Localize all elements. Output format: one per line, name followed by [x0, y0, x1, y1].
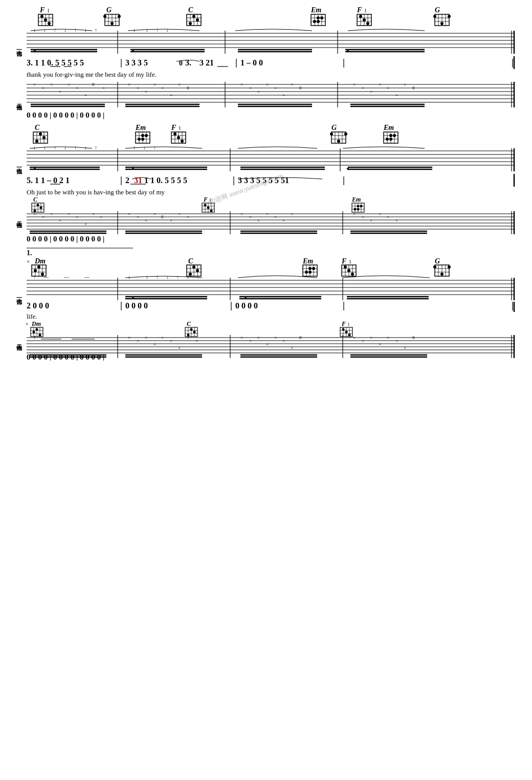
svg-point-185: [330, 132, 333, 136]
svg-point-267: [354, 208, 357, 211]
svg-text:|: |: [343, 57, 345, 68]
svg-point-34: [320, 16, 323, 19]
svg-text:×: ×: [274, 335, 277, 340]
notation-s1-line1: 3. 1 1 0. 5 5 5 5 5: [27, 58, 84, 67]
svg-text:×: ×: [362, 338, 364, 343]
svg-point-223: [347, 168, 349, 170]
svg-text:×: ×: [145, 218, 147, 223]
svg-point-45: [366, 22, 369, 25]
svg-text:|: |: [512, 57, 514, 68]
svg-text:×: ×: [178, 82, 181, 87]
tab-nums-s2: 0 0 0 0 | 0 0 0 0 | 0 0 0 0 |: [27, 235, 104, 243]
svg-point-434: [348, 334, 351, 337]
svg-text:|: |: [120, 300, 122, 310]
svg-point-15: [103, 15, 106, 18]
svg-text:↑: ↑: [176, 274, 179, 280]
svg-text:|: |: [512, 300, 514, 310]
svg-text:|: |: [120, 175, 122, 185]
svg-text:×: ×: [59, 218, 61, 223]
svg-text:×: ×: [76, 85, 78, 91]
svg-text:×: ×: [395, 218, 398, 223]
chord-Em-s3: Em: [302, 257, 313, 265]
svg-text:↑: ↑: [197, 274, 199, 280]
chord-G-1: G: [106, 6, 112, 14]
svg-point-366: [440, 273, 444, 276]
svg-text:×: ×: [161, 85, 164, 91]
chord-G-3: G: [331, 124, 337, 131]
svg-text:×: ×: [187, 214, 189, 219]
svg-text:—: —: [84, 274, 90, 280]
svg-point-245: [40, 207, 42, 209]
svg-point-166: [145, 134, 148, 137]
svg-text:×: ×: [379, 211, 381, 216]
svg-text:×: ×: [128, 211, 130, 216]
svg-text:×: ×: [27, 258, 30, 264]
svg-text:↑: ↑: [54, 145, 56, 150]
svg-text:1: 1: [209, 197, 212, 203]
svg-text:|: |: [233, 175, 235, 185]
svg-point-187: [337, 140, 340, 143]
svg-text:↑: ↑: [95, 145, 97, 150]
chord-Em-1: Em: [311, 6, 321, 14]
svg-text:0: 0: [299, 335, 302, 340]
svg-point-413: [39, 334, 41, 337]
svg-text:×: ×: [291, 82, 293, 87]
svg-text:↓: ↓: [187, 274, 189, 280]
svg-text:↓: ↓: [143, 145, 146, 150]
svg-text:3  21: 3 21: [199, 58, 214, 67]
svg-point-167: [138, 138, 141, 141]
svg-text:↑: ↑: [33, 274, 36, 280]
svg-point-265: [357, 205, 360, 208]
svg-text:×: ×: [26, 321, 29, 327]
svg-text:×: ×: [249, 214, 252, 219]
svg-text:0: 0: [412, 335, 415, 340]
section2-notation: C Em F 1 G: [15, 123, 517, 243]
svg-text:×: ×: [266, 342, 269, 347]
svg-point-17: [110, 22, 114, 25]
svg-text:↓: ↓: [33, 27, 36, 33]
svg-text:×: ×: [68, 82, 70, 87]
lyrics-s2: Oh just to be with you is hav-ing the be…: [27, 188, 165, 196]
guitar2-label-s2: 吉他二: [16, 221, 23, 228]
svg-text:×: ×: [137, 338, 139, 343]
svg-text:×: ×: [153, 82, 156, 87]
svg-point-268: [357, 208, 360, 211]
svg-point-36: [317, 20, 320, 23]
chord-F-1-fret: 1: [47, 8, 50, 13]
svg-point-158: [35, 140, 38, 143]
svg-text:—: —: [63, 274, 70, 280]
svg-text:×: ×: [249, 85, 252, 91]
chord-Em-3: Em: [383, 124, 394, 131]
svg-text:Em: Em: [351, 196, 361, 203]
svg-point-178: [181, 140, 184, 143]
svg-point-194: [389, 134, 392, 137]
svg-point-168: [141, 138, 144, 141]
svg-text:×: ×: [362, 214, 364, 219]
svg-point-255: [204, 204, 207, 207]
svg-point-8: [48, 22, 51, 25]
svg-text:×: ×: [128, 335, 130, 340]
svg-text:3.: 3.: [185, 58, 191, 67]
svg-point-356: [347, 269, 350, 272]
svg-point-344: [308, 267, 312, 270]
svg-point-186: [344, 132, 347, 136]
svg-point-16: [118, 15, 121, 18]
svg-text:×: ×: [291, 345, 293, 350]
svg-text:|: |: [120, 57, 122, 68]
svg-text:|: |: [343, 300, 345, 310]
svg-text:×: ×: [128, 82, 130, 87]
guitar1-label-s2: 吉他一: [16, 166, 23, 174]
chord-F-2-fret: 1: [364, 8, 367, 13]
chord-G-s3: G: [435, 257, 440, 265]
chord-F-s3: F: [341, 257, 347, 265]
svg-text:×: ×: [266, 211, 269, 216]
svg-text:×: ×: [249, 338, 252, 343]
svg-point-389: [132, 297, 134, 299]
svg-text:↓: ↓: [146, 274, 148, 280]
svg-text:↓: ↓: [128, 274, 130, 280]
svg-text:×: ×: [161, 335, 164, 340]
svg-point-44: [363, 18, 366, 21]
svg-text:×: ×: [50, 82, 53, 87]
svg-point-7: [44, 18, 47, 21]
svg-point-345: [312, 267, 315, 270]
